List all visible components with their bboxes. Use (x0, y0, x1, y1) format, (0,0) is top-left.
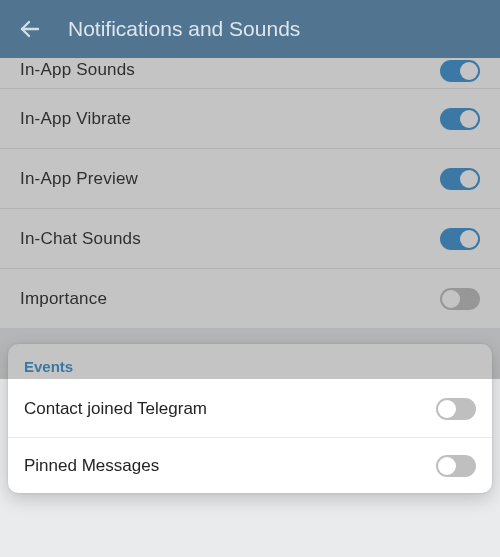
toggle-in-app-vibrate[interactable] (440, 108, 480, 130)
setting-row-in-app-sounds[interactable]: In-App Sounds (0, 58, 500, 88)
arrow-left-icon (18, 17, 42, 41)
setting-label: In-App Vibrate (20, 109, 131, 129)
toggle-in-app-sounds[interactable] (440, 60, 480, 82)
events-row-contact-joined[interactable]: Contact joined Telegram (8, 381, 492, 437)
setting-label: In-App Preview (20, 169, 138, 189)
toggle-in-chat-sounds[interactable] (440, 228, 480, 250)
toggle-importance[interactable] (440, 288, 480, 310)
setting-label: In-App Sounds (20, 60, 135, 80)
setting-row-in-app-preview[interactable]: In-App Preview (0, 148, 500, 208)
section-gap (0, 328, 500, 344)
setting-label: Importance (20, 289, 107, 309)
events-section-header: Events (8, 358, 492, 381)
toggle-in-app-preview[interactable] (440, 168, 480, 190)
back-button[interactable] (10, 9, 50, 49)
setting-row-in-app-vibrate[interactable]: In-App Vibrate (0, 88, 500, 148)
toggle-contact-joined[interactable] (436, 398, 476, 420)
events-label: Pinned Messages (24, 456, 159, 476)
toggle-pinned-messages[interactable] (436, 455, 476, 477)
setting-row-importance[interactable]: Importance (0, 268, 500, 328)
events-row-pinned-messages[interactable]: Pinned Messages (8, 437, 492, 493)
setting-label: In-Chat Sounds (20, 229, 141, 249)
in-app-settings-list: In-App Sounds In-App Vibrate In-App Prev… (0, 58, 500, 328)
app-header: Notifications and Sounds (0, 0, 500, 58)
events-card: Events Contact joined Telegram Pinned Me… (8, 344, 492, 493)
setting-row-in-chat-sounds[interactable]: In-Chat Sounds (0, 208, 500, 268)
page-title: Notifications and Sounds (68, 17, 300, 41)
events-label: Contact joined Telegram (24, 399, 207, 419)
